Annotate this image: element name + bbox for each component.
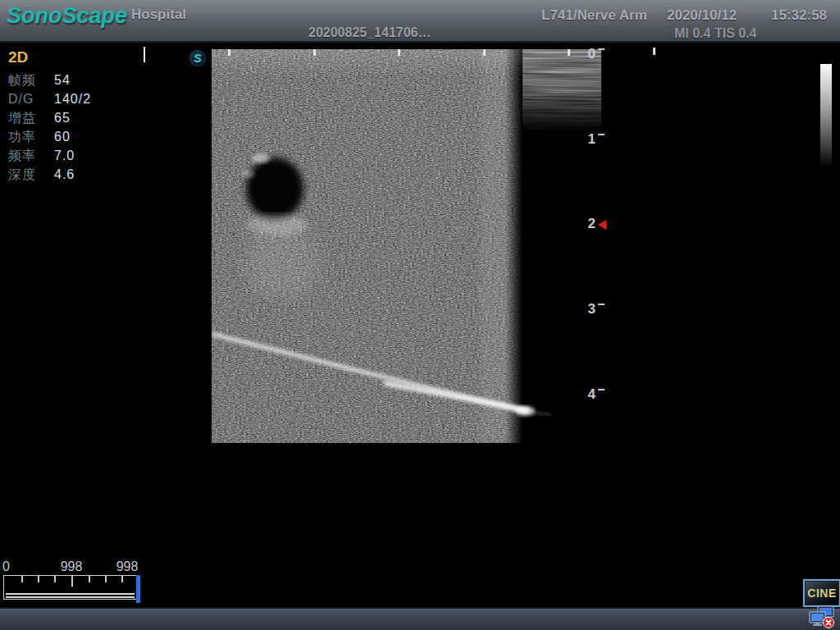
param-value: 54	[54, 71, 71, 89]
cine-position-marker[interactable]	[136, 575, 140, 603]
cine-track-line	[6, 593, 135, 595]
right-boundary-tick	[653, 48, 655, 55]
hospital-name: Hospital	[131, 7, 186, 23]
cine-tick	[21, 576, 23, 582]
cine-tick-major	[71, 576, 73, 587]
param-label: 深度	[8, 165, 54, 184]
param-value: 4.6	[54, 165, 75, 184]
mi-tis-readout: MI 0.4 TIS 0.4	[674, 26, 756, 41]
param-value: 65	[54, 108, 71, 127]
header-bar: SonoScape Hospital 20200825_141706… L741…	[0, 0, 840, 43]
param-row-power: 功率 60	[8, 127, 123, 146]
cine-progress-bar[interactable]	[3, 575, 139, 600]
param-label: D/G	[8, 89, 54, 108]
ruler-tick-3: 3	[584, 301, 612, 319]
bmode-canvas	[212, 49, 601, 443]
ultrasound-app: SonoScape Hospital 20200825_141706… L741…	[0, 0, 840, 630]
ruler-tick-label: 1	[584, 131, 596, 148]
param-label: 帧频	[8, 71, 54, 89]
ruler-tick-label: 3	[584, 301, 596, 317]
ruler-tick-dash	[598, 389, 605, 390]
param-value: 7.0	[54, 146, 75, 165]
cine-start-frame: 0	[2, 559, 10, 574]
ruler-tick-2: 2	[584, 216, 612, 234]
param-row-dg: D/G 140/2	[8, 89, 123, 108]
param-label: 增益	[8, 108, 54, 127]
system-time: 15:32:58	[771, 7, 827, 24]
bmode-image[interactable]	[212, 49, 601, 443]
grayscale-bar	[820, 64, 832, 167]
ruler-tick-label: 0	[584, 46, 596, 62]
param-value: 60	[54, 127, 71, 146]
param-label: 频率	[8, 146, 54, 165]
param-row-depth: 深度 4.6	[8, 165, 123, 184]
ruler-tick-1: 1	[584, 131, 612, 149]
probe-preset: L741/Nerve Arm	[541, 7, 647, 24]
cine-button[interactable]: CINE	[803, 579, 840, 607]
cine-tick	[105, 576, 107, 582]
cine-total-frames: 998	[108, 559, 146, 574]
text-cursor-marker	[144, 47, 145, 62]
param-value: 140/2	[54, 89, 91, 108]
ruler-tick-0: 0	[584, 46, 612, 64]
mode-label: 2D	[8, 48, 123, 66]
parameter-panel: 2D 帧频 54 D/G 140/2 增益 65 功率 60 频率 7.0 深度…	[8, 48, 123, 184]
cine-current-frame: 998	[52, 559, 90, 574]
param-label: 功率	[8, 127, 54, 146]
ruler-tick-4: 4	[584, 386, 612, 404]
probe-orientation-icon: S	[189, 50, 206, 66]
taskbar	[0, 609, 840, 630]
ruler-tick-label: 2	[584, 216, 596, 232]
param-row-gain: 增益 65	[8, 108, 123, 127]
param-row-frequency: 频率 7.0	[8, 146, 123, 165]
param-row-framerate: 帧频 54	[8, 71, 123, 89]
cine-tick	[121, 576, 123, 582]
ruler-tick-dash	[598, 134, 605, 135]
exam-id: 20200825_141706…	[308, 25, 431, 40]
system-date: 2020/10/12	[667, 7, 737, 24]
cine-tick	[89, 576, 90, 582]
cine-tick	[54, 576, 56, 582]
focus-marker-icon	[598, 220, 606, 230]
network-disconnected-icon[interactable]	[809, 605, 835, 629]
cine-track-line	[6, 596, 135, 598]
sonoscape-logo: SonoScape	[7, 3, 127, 29]
ruler-tick-dash	[598, 304, 605, 305]
ruler-tick-dash	[598, 48, 605, 50]
cine-tick	[38, 576, 39, 582]
ruler-tick-label: 4	[584, 386, 596, 403]
